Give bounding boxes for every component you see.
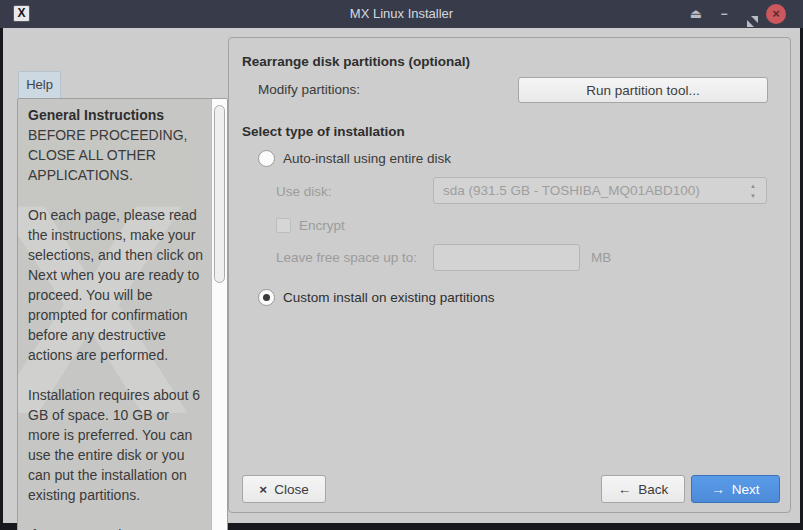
free-space-label: Leave free space up to:	[276, 250, 417, 265]
next-button-label: Next	[732, 482, 760, 497]
custom-install-radio[interactable]	[258, 289, 275, 306]
help-paragraph: BEFORE PROCEEDING, CLOSE ALL OTHER APPLI…	[28, 125, 204, 185]
close-button-label: Close	[274, 482, 309, 497]
install-type-section-title: Select type of installation	[242, 124, 405, 139]
use-disk-dropdown[interactable]: sda (931.5 GB - TOSHIBA_MQ01ABD100) ▲ ▼	[433, 177, 767, 204]
help-panel: X General Instructions BEFORE PROCEEDING…	[17, 98, 228, 530]
tab-help[interactable]: Help	[18, 71, 61, 98]
close-window-icon[interactable]: ×	[766, 4, 786, 24]
free-space-unit-label: MB	[591, 250, 611, 265]
dropdown-arrows-icon: ▲ ▼	[748, 181, 758, 201]
minimize-icon[interactable]: −	[712, 0, 736, 28]
help-paragraph: On each page, please read the instructio…	[28, 205, 204, 365]
maximize-icon[interactable]	[740, 0, 764, 28]
run-partition-tool-button[interactable]: Run partition tool...	[518, 77, 768, 103]
free-space-input[interactable]	[433, 244, 580, 271]
titlebar: X MX Linux Installer ⏏ − ×	[0, 0, 803, 28]
encrypt-checkbox[interactable]	[276, 218, 291, 233]
window-title: MX Linux Installer	[0, 0, 803, 28]
close-button[interactable]: ×Close	[242, 475, 326, 503]
use-disk-value: sda (931.5 GB - TOSHIBA_MQ01ABD100)	[443, 183, 700, 198]
help-text: General Instructions BEFORE PROCEEDING, …	[18, 99, 212, 530]
custom-install-label[interactable]: Custom install on existing partitions	[283, 290, 495, 305]
shade-icon[interactable]: ⏏	[684, 0, 708, 28]
back-button-label: Back	[638, 482, 668, 497]
main-frame	[228, 37, 791, 513]
next-arrow-icon: →	[711, 482, 725, 497]
back-button[interactable]: ←Back	[601, 475, 685, 503]
close-x-icon: ×	[259, 482, 267, 497]
help-scrollbar[interactable]	[211, 99, 227, 530]
use-disk-label: Use disk:	[276, 184, 332, 199]
auto-install-radio[interactable]	[258, 150, 275, 167]
scrollbar-thumb[interactable]	[214, 105, 225, 283]
encrypt-label: Encrypt	[299, 218, 345, 233]
installer-window: X MX Linux Installer ⏏ − × Help X Genera…	[0, 0, 803, 530]
help-paragraph: Installation requires about 6 GB of spac…	[28, 385, 204, 505]
auto-install-label[interactable]: Auto-install using entire disk	[283, 151, 451, 166]
help-heading: General Instructions	[28, 105, 204, 125]
back-arrow-icon: ←	[618, 482, 632, 497]
next-button[interactable]: →Next	[691, 475, 780, 503]
modify-partitions-label: Modify partitions:	[258, 82, 360, 97]
help-paragraph: If you are running Mac OS	[28, 525, 204, 530]
rearrange-section-title: Rearrange disk partitions (optional)	[242, 54, 470, 69]
